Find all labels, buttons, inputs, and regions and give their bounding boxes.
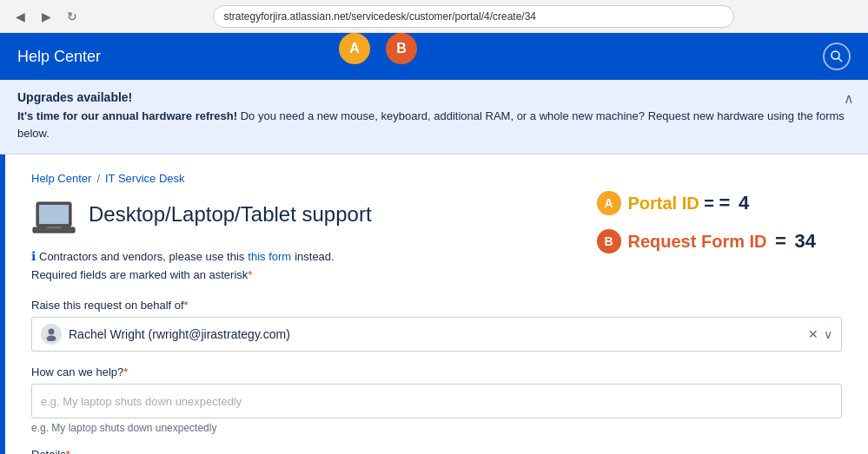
refresh-button[interactable]: ↻ <box>63 7 82 26</box>
svg-point-0 <box>832 51 839 59</box>
svg-point-7 <box>47 336 56 342</box>
form-label-text: Request Form ID <box>628 232 767 251</box>
how-label-text: How can we help? <box>31 365 123 378</box>
form-eq-sign: = <box>775 230 786 252</box>
badge-a: A <box>339 33 370 64</box>
behalf-field[interactable]: Rachel Wright (rwright@jirastrategy.com)… <box>31 317 842 352</box>
portal-label-text: Portal ID <box>628 194 699 213</box>
portal-id-row: A Portal ID = = 4 <box>597 191 817 215</box>
info-text: Contractors and vendors, please use this <box>39 250 244 263</box>
behalf-label-text: Raise this request on behalf of <box>31 299 184 312</box>
breadcrumb-separator: / <box>96 172 100 185</box>
announcement-title: Upgrades available! <box>17 90 851 104</box>
page-title: Desktop/Laptop/Tablet support <box>89 199 372 227</box>
overlay-badge-a: A <box>597 191 621 215</box>
breadcrumb-current[interactable]: IT Service Desk <box>105 172 185 185</box>
details-label-text: Details <box>31 448 66 454</box>
chevron-down-icon[interactable]: ∨ <box>824 327 832 341</box>
details-label: Details* <box>31 448 842 454</box>
portal-eq: = <box>704 194 714 213</box>
svg-rect-3 <box>39 205 69 224</box>
overlay-panel: A Portal ID = = 4 B Request Form ID = 34 <box>580 182 834 276</box>
how-required-star: * <box>123 365 128 378</box>
how-form-group: How can we help?* e.g. My laptop shuts d… <box>31 365 842 434</box>
behalf-form-group: Raise this request on behalf of* Rachel … <box>31 299 842 352</box>
details-required-star: * <box>66 448 70 454</box>
info-icon: ℹ <box>31 249 36 263</box>
portal-id-label: Portal ID = = 4 <box>628 192 750 214</box>
how-input[interactable] <box>31 384 842 418</box>
breadcrumb-home[interactable]: Help Center <box>31 172 91 185</box>
search-button[interactable] <box>823 43 851 70</box>
svg-rect-5 <box>47 227 61 228</box>
required-star: * <box>248 268 252 281</box>
badge-a-label: A <box>349 41 360 56</box>
how-label: How can we help?* <box>31 365 842 378</box>
help-center-title: Help Center <box>17 48 101 66</box>
required-note-text: Required fields are marked with an aster… <box>31 268 248 281</box>
form-id-label: Request Form ID = 34 <box>628 230 817 253</box>
forward-button[interactable]: ▶ <box>36 7 56 26</box>
search-icon <box>830 49 844 63</box>
overlay-badge-b: B <box>597 229 621 253</box>
info-form-link[interactable]: this form <box>248 250 291 263</box>
address-bar[interactable]: strategyforjira.atlassian.net/servicedes… <box>213 5 734 28</box>
behalf-required-star: * <box>184 299 189 312</box>
announcement-text: It's time for our annual hardware refres… <box>17 108 851 141</box>
portal-value: 4 <box>739 192 749 214</box>
help-center-header: Help Center <box>0 33 868 80</box>
badge-b-label: B <box>396 41 407 56</box>
laptop-icon <box>31 199 76 239</box>
user-avatar-icon <box>44 327 58 341</box>
details-form-group: Details* Normal text ∨ B I <box>31 448 842 454</box>
info-after: instead. <box>295 250 335 263</box>
behalf-value: Rachel Wright (rwright@jirastrategy.com) <box>69 327 801 341</box>
user-avatar <box>41 324 62 345</box>
behalf-label: Raise this request on behalf of* <box>31 299 842 312</box>
portal-eq-sign: = <box>719 192 731 214</box>
browser-chrome: ◀ ▶ ↻ strategyforjira.atlassian.net/serv… <box>0 0 868 33</box>
url-text: strategyforjira.atlassian.net/servicedes… <box>224 10 537 23</box>
overlay-b-label: B <box>604 234 613 248</box>
announcement-bold: It's time for our annual hardware refres… <box>17 109 237 122</box>
back-button[interactable]: ◀ <box>10 7 30 26</box>
svg-line-1 <box>838 58 842 62</box>
svg-point-6 <box>49 329 55 335</box>
badge-b: B <box>386 33 417 64</box>
overlay-a-label: A <box>604 196 613 210</box>
announcement-close-button[interactable]: ∧ <box>844 90 854 107</box>
form-id-row: B Request Form ID = 34 <box>597 229 817 253</box>
how-hint: e.g. My laptop shuts down unexpectedly <box>31 422 842 434</box>
clear-icon[interactable]: ✕ <box>808 327 818 341</box>
announcement-banner: Upgrades available! It's time for our an… <box>0 80 868 155</box>
form-value: 34 <box>795 230 816 252</box>
behalf-field-actions[interactable]: ✕ ∨ <box>808 327 832 341</box>
